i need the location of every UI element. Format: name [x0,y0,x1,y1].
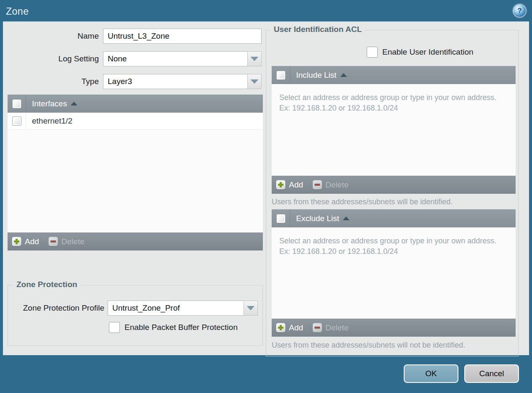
include-select-all-checkbox[interactable] [276,71,286,80]
name-input[interactable] [103,29,262,44]
type-value[interactable]: Layer3 [103,74,247,89]
include-list-caption: Users from these addresses/subnets will … [272,198,453,206]
exclude-list-header[interactable]: Exclude List [272,209,516,227]
dialog-title: Zone [6,6,29,17]
name-label: Name [3,29,99,44]
user-id-acl-legend: User Identification ACL [270,25,365,34]
add-button-label: Add [289,180,303,190]
chevron-down-icon [251,57,258,61]
ok-button[interactable]: OK [404,364,458,383]
interface-name: ethernet1/2 [32,116,72,126]
delete-button-label: Delete [61,237,85,246]
interfaces-header[interactable]: Interfaces [8,95,263,113]
delete-button-label: Delete [326,180,349,190]
sort-asc-icon [71,102,77,106]
exclude-list-caption: Users from these addresses/subnets will … [272,341,465,350]
cancel-button[interactable]: Cancel [464,364,519,383]
help-icon[interactable]: ? [513,5,526,17]
include-list-body[interactable]: Select an address or address group or ty… [272,84,516,176]
plus-icon [276,180,286,190]
minus-icon [312,180,322,190]
add-button[interactable]: Add [12,237,39,246]
enable-user-identification-checkbox[interactable] [367,47,378,58]
exclude-list-footer: Add Delete [272,319,516,337]
add-button[interactable]: Add [276,180,303,190]
include-list-footer: Add Delete [272,176,516,194]
zone-protection-profile-dropdown-button[interactable] [244,301,258,316]
add-button-label: Add [25,237,39,246]
delete-button[interactable]: Delete [312,323,349,332]
include-list-panel: Include List Select an address or addres… [272,66,516,194]
exclude-list-panel: Exclude List Select an address or addres… [272,209,516,337]
delete-button[interactable]: Delete [48,237,85,246]
interfaces-panel: Interfaces ethernet1/2 Add Delete [8,95,263,251]
delete-button-label: Delete [326,323,349,332]
minus-icon [312,323,322,332]
log-setting-dropdown-button[interactable] [247,51,262,66]
row-checkbox[interactable] [12,116,21,126]
exclude-list-placeholder: Select an address or address group or ty… [279,236,500,257]
row-checkbox-cell [8,113,26,129]
interfaces-footer: Add Delete [8,232,263,251]
interfaces-body: ethernet1/2 [8,113,263,232]
sort-asc-icon [343,216,349,220]
packet-buffer-protection-checkbox[interactable] [109,322,120,333]
delete-button[interactable]: Delete [312,180,349,190]
dialog-body: Name Log Setting None Type Layer3 Interf… [3,21,529,355]
add-button[interactable]: Add [276,323,303,332]
enable-user-identification-label: Enable User Identification [382,47,474,58]
include-list-header[interactable]: Include List [272,66,516,84]
table-row[interactable]: ethernet1/2 [8,113,263,130]
zone-protection-profile-value[interactable]: Untrust_Zone_Prof [108,301,244,316]
exclude-select-all-checkbox[interactable] [276,214,286,223]
log-setting-value[interactable]: None [103,51,247,66]
type-select[interactable]: Layer3 [103,74,262,89]
zone-protection-section: Zone Protection Zone Protection Profile … [8,285,263,346]
plus-icon [12,237,21,246]
include-select-all-cell [272,66,290,84]
sort-asc-icon [340,73,347,77]
plus-icon [276,323,286,332]
exclude-select-all-cell [272,209,290,227]
add-button-label: Add [289,323,303,332]
interfaces-select-all-cell [8,95,26,113]
log-setting-select[interactable]: None [103,51,262,66]
include-list-header-label: Include List [296,71,336,80]
zone-protection-profile-select[interactable]: Untrust_Zone_Prof [108,301,258,316]
interfaces-header-label: Interfaces [32,99,67,108]
zone-protection-profile-label: Zone Protection Profile [8,301,104,316]
type-dropdown-button[interactable] [247,74,262,89]
minus-icon [48,237,58,246]
chevron-down-icon [247,306,254,310]
type-label: Type [3,74,99,89]
packet-buffer-protection-label: Enable Packet Buffer Protection [124,322,238,333]
zone-protection-legend: Zone Protection [13,280,81,289]
log-setting-label: Log Setting [3,51,99,66]
chevron-down-icon [251,79,258,84]
exclude-list-body[interactable]: Select an address or address group or ty… [272,227,516,319]
include-list-placeholder: Select an address or address group or ty… [279,92,500,113]
user-id-acl-section: User Identification ACL Enable User Iden… [266,30,519,356]
exclude-list-header-label: Exclude List [296,214,339,223]
interfaces-select-all-checkbox[interactable] [12,99,21,108]
